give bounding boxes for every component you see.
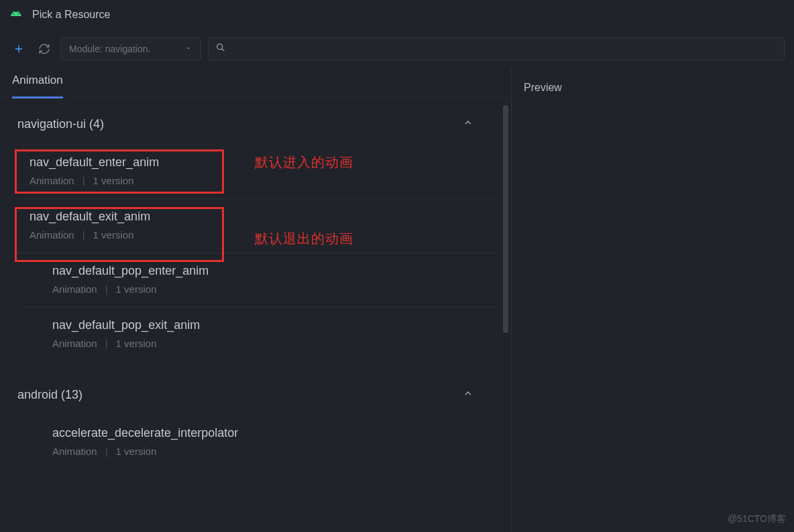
group-header[interactable]: navigation-ui (4) — [0, 98, 511, 145]
group-header[interactable]: android (13) — [0, 361, 511, 415]
watermark: @51CTO博客 — [728, 513, 786, 525]
preview-pane: Preview — [511, 68, 794, 532]
resource-meta: Animation|1 version — [30, 175, 471, 186]
annotation-text: 默认进入的动画 — [255, 153, 353, 172]
chevron-down-icon — [184, 44, 192, 54]
titlebar: Pick a Resource — [0, 0, 794, 29]
scrollbar[interactable] — [503, 105, 508, 333]
window-title: Pick a Resource — [32, 9, 111, 21]
resource-meta: Animation|1 version — [52, 446, 471, 457]
preview-title: Preview — [524, 82, 782, 94]
search-icon — [215, 42, 226, 55]
group-title: android (13) — [17, 388, 82, 402]
group-title: navigation-ui (4) — [17, 117, 104, 131]
left-pane: Animation navigation-ui (4) nav_default_… — [0, 68, 511, 532]
android-icon — [9, 8, 23, 21]
resource-meta: Animation|1 version — [30, 229, 471, 241]
resource-meta: Animation|1 version — [52, 283, 471, 295]
search-input[interactable] — [208, 38, 785, 60]
resource-meta: Animation|1 version — [52, 338, 471, 349]
module-dropdown[interactable]: Module: navigation. — [60, 38, 201, 60]
resource-name: nav_default_exit_anim — [30, 210, 471, 224]
chevron-up-icon — [463, 388, 473, 402]
list-item[interactable]: nav_default_pop_exit_anim Animation|1 ve… — [23, 308, 498, 361]
refresh-button[interactable] — [35, 40, 54, 58]
svg-point-0 — [217, 44, 223, 50]
resource-name: nav_default_pop_enter_anim — [52, 264, 471, 278]
resource-name: nav_default_enter_anim — [30, 155, 471, 170]
annotation-text: 默认退出的动画 — [255, 230, 353, 248]
list-item[interactable]: nav_default_pop_enter_anim Animation|1 v… — [23, 253, 498, 308]
list-item[interactable]: accelerate_decelerate_interpolator Anima… — [23, 415, 498, 469]
module-dropdown-label: Module: navigation. — [69, 44, 150, 54]
add-button[interactable] — [9, 40, 28, 58]
chevron-up-icon — [463, 117, 473, 131]
resource-name: nav_default_pop_exit_anim — [52, 318, 471, 332]
tab-animation[interactable]: Animation — [12, 68, 63, 98]
resource-name: accelerate_decelerate_interpolator — [52, 426, 471, 440]
content: Animation navigation-ui (4) nav_default_… — [0, 68, 794, 532]
resource-list: navigation-ui (4) nav_default_enter_anim… — [0, 98, 511, 532]
toolbar: Module: navigation. — [0, 29, 794, 68]
